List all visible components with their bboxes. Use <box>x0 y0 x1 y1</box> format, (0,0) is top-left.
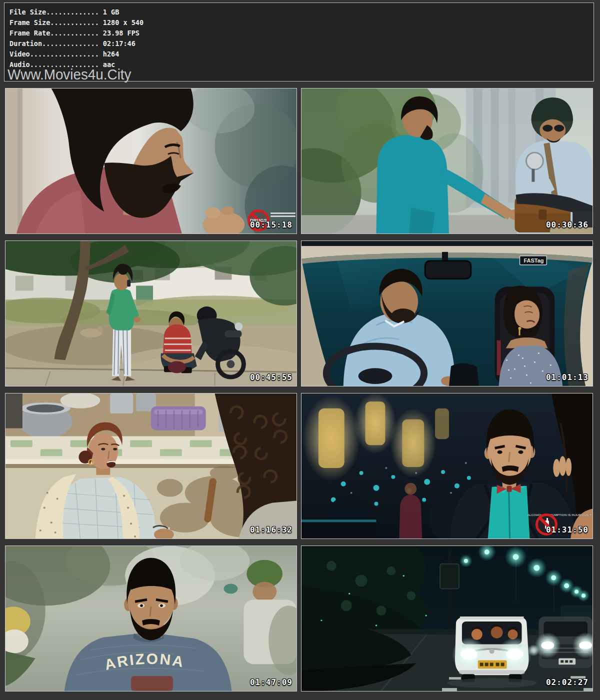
scene-night-road-illustration <box>302 546 592 691</box>
site-watermark: Www.Movies4u.City <box>8 68 132 82</box>
info-label: Video <box>10 50 30 58</box>
scene-under-tree-illustration <box>6 241 296 386</box>
info-value: h264 <box>103 50 120 58</box>
file-info-list: File Size.............1 GB Frame Size...… <box>4 3 594 70</box>
drug-warning-caption <box>270 212 296 218</box>
screenshot-6: ALCOHOL CONSUMPTION IS INJURIOUS T 01:31… <box>301 393 593 539</box>
alcohol-warning-caption: ALCOHOL CONSUMPTION IS INJURIOUS T <box>528 514 592 516</box>
file-info-row: Frame Size............1280 x 540 <box>10 18 594 28</box>
screenshot-8: 02:02:27 <box>301 546 593 692</box>
screenshot-4: FASTag <box>301 240 593 386</box>
timestamp-overlay: 01:31:50 <box>546 525 588 534</box>
timestamp-overlay: 01:01:13 <box>546 372 588 382</box>
screenshot-grid: DRUGS 00:15:18 <box>5 88 593 692</box>
scene-kitchen-woman-illustration <box>6 394 296 538</box>
screenshot-3: 00:45:55 <box>5 240 297 386</box>
scene-crowd-arizona-illustration: ARIZONA <box>6 546 296 691</box>
info-value: 02:17:46 <box>103 40 136 48</box>
dot-leader: .............. <box>42 40 99 48</box>
file-info-panel: File Size.............1 GB Frame Size...… <box>4 2 594 82</box>
timestamp-overlay: 00:30:36 <box>546 220 588 230</box>
timestamp-overlay: 00:15:18 <box>250 220 292 230</box>
dot-leader: ................. <box>30 50 99 58</box>
timestamp-overlay: 00:45:55 <box>250 372 292 382</box>
info-label: Frame Rate <box>10 29 50 37</box>
screenshot-5: 01:16:32 <box>5 393 297 539</box>
screenshot-7: ARIZONA 01:47:09 <box>5 546 297 692</box>
info-label: Frame Size <box>10 18 50 26</box>
info-value: 23.98 FPS <box>103 29 140 37</box>
file-info-row: Duration..............02:17:46 <box>10 38 594 49</box>
scene-motorcycle-handover-illustration <box>302 88 592 234</box>
screenshot-1: DRUGS 00:15:18 <box>5 88 297 234</box>
file-info-row: File Size.............1 GB <box>10 7 594 18</box>
file-info-row: Frame Rate............23.98 FPS <box>10 28 594 38</box>
scene-car-interior-illustration: FASTag <box>302 241 592 386</box>
timestamp-overlay: 02:02:27 <box>546 678 588 687</box>
screenshot-collage-page: { "page": { "watermark": "Www.Movies4u.C… <box>0 0 600 700</box>
fastag-sticker-text: FASTag <box>524 258 544 264</box>
info-value: 1280 x 540 <box>103 18 144 26</box>
info-label: File Size <box>10 8 46 16</box>
dot-leader: ............ <box>50 29 99 37</box>
timestamp-overlay: 01:16:32 <box>250 525 292 534</box>
dot-leader: ............. <box>46 8 99 16</box>
timestamp-overlay: 01:47:09 <box>250 678 292 687</box>
info-value: 1 GB <box>103 8 120 16</box>
screenshot-2: 00:30:36 <box>301 88 593 234</box>
info-label: Duration <box>10 40 42 48</box>
dot-leader: ............ <box>50 18 99 26</box>
file-info-row: Video.................h264 <box>10 49 594 60</box>
